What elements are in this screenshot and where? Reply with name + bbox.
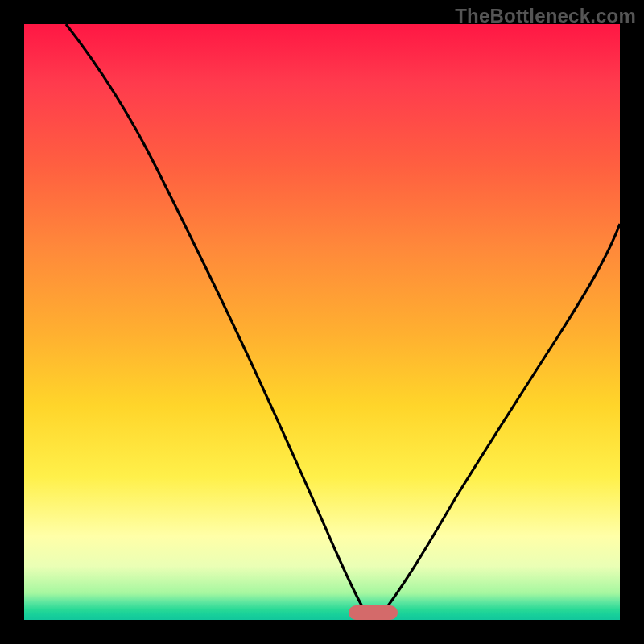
plot-area <box>24 24 620 620</box>
optimal-range-marker <box>349 605 398 620</box>
watermark-text: TheBottleneck.com <box>455 5 636 27</box>
bottleneck-curve <box>24 24 620 620</box>
curve-right-branch <box>382 224 620 614</box>
chart-frame: TheBottleneck.com <box>0 0 644 644</box>
curve-left-branch <box>66 24 367 614</box>
